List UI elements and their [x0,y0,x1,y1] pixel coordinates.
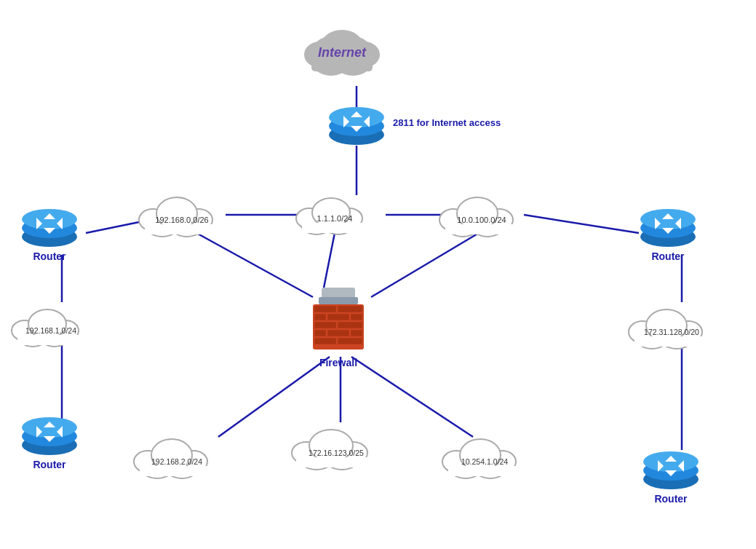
svg-rect-84 [314,306,336,312]
svg-rect-88 [351,314,362,320]
svg-rect-122 [296,457,376,467]
svg-rect-129 [448,466,521,476]
cloud-bottom-right-icon: 10.254.1.0/24 [438,430,531,481]
svg-rect-89 [314,322,336,328]
svg-rect-95 [338,338,362,344]
svg-rect-82 [319,297,358,304]
svg-rect-23 [311,58,373,71]
router-bottom-right-label: Router [654,493,687,505]
cloud-left: 192.168.0.0/26 [135,188,229,239]
svg-rect-44 [145,224,219,234]
svg-text:172.31.128.0/20: 172.31.128.0/20 [644,328,699,336]
router-left: Router [20,208,79,262]
cloud-right: 10.0.100.0/24 [435,188,528,239]
svg-line-5 [524,215,639,233]
router-bottom-left: Router [20,416,79,470]
cloud-left-icon: 192.168.0.0/26 [135,188,229,239]
svg-rect-90 [338,322,362,328]
svg-rect-94 [314,338,336,344]
internet-node: Internet [291,15,393,80]
cloud-left2-icon: 192.168.1.0/24 [7,300,95,351]
svg-text:192.168.0.0/26: 192.168.0.0/26 [155,216,208,224]
router-bottom-left-label: Router [33,459,65,470]
svg-text:10.254.1.0/24: 10.254.1.0/24 [461,457,508,466]
cloud-bottom-right: 10.254.1.0/24 [438,430,531,481]
cloud-right2: 172.31.128.0/20 [624,300,719,351]
svg-rect-91 [314,330,326,336]
svg-rect-86 [314,314,326,320]
svg-text:172.16.123.0/25: 172.16.123.0/25 [309,449,364,457]
svg-rect-92 [327,330,349,336]
svg-rect-93 [351,330,362,336]
router-right-label: Router [651,250,684,262]
svg-rect-72 [17,335,83,345]
svg-text:10.0.100.0/24: 10.0.100.0/24 [457,216,506,224]
firewall-label: Firewall [319,357,357,368]
router-top-icon [327,106,386,146]
svg-rect-37 [302,223,367,233]
svg-line-6 [324,233,335,288]
router-top-label: 2811 for Internet access [393,116,501,130]
cloud-center-icon: 1.1.1.0/24 [291,188,378,239]
cloud-right2-icon: 172.31.128.0/20 [624,300,719,351]
firewall-node: Firewall [306,284,371,368]
svg-text:1.1.1.0/24: 1.1.1.0/24 [317,214,353,223]
svg-rect-115 [140,466,214,476]
cloud-bottom-left-icon: 192.168.2.0/24 [130,430,224,481]
cloud-bottom-center: 172.16.123.0/25 [287,421,386,472]
svg-text:Internet: Internet [318,45,367,60]
svg-text:192.168.2.0/24: 192.168.2.0/24 [151,457,202,466]
cloud-center: 1.1.1.0/24 [291,188,378,239]
cloud-bottom-left: 192.168.2.0/24 [130,430,224,481]
svg-line-8 [371,233,479,297]
cloud-bottom-center-icon: 172.16.123.0/25 [287,421,386,472]
svg-rect-85 [338,306,362,312]
router-left-icon [20,208,79,248]
firewall-icon [306,284,371,357]
cloud-right-icon: 10.0.100.0/24 [435,188,528,239]
svg-text:192.168.1.0/24: 192.168.1.0/24 [25,326,76,335]
internet-cloud-icon: Internet [291,15,393,80]
router-right: Router [639,208,697,262]
svg-line-7 [196,233,313,297]
cloud-left2: 192.168.1.0/24 [7,300,95,351]
router-bottom-right: Router [642,450,700,505]
router-bottom-left-icon [20,416,79,456]
svg-rect-79 [634,336,709,347]
router-left-label: Router [33,250,65,262]
network-diagram: Internet 2811 for Internet access [0,0,756,549]
router-right-icon [639,208,697,248]
router-top [327,106,386,146]
svg-rect-87 [327,314,349,320]
router-bottom-right-icon [642,450,700,490]
svg-rect-51 [445,224,518,234]
